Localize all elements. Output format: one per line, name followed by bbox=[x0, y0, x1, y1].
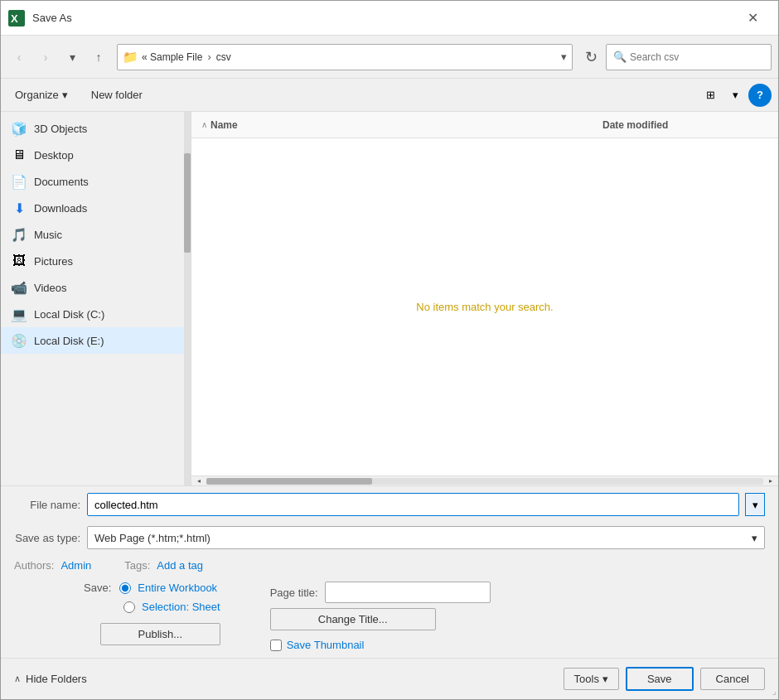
sidebar-scrollbar-thumb bbox=[184, 153, 191, 253]
scroll-right-button[interactable]: ▸ bbox=[765, 477, 777, 485]
address-bar[interactable]: 📁 « Sample File › csv ▾ bbox=[117, 44, 573, 70]
save-thumbnail-label[interactable]: Save Thumbnail bbox=[287, 639, 365, 651]
sidebar-item-label: Local Disk (E:) bbox=[34, 335, 104, 347]
file-name-label: File name: bbox=[14, 499, 80, 511]
save-type-value: Web Page (*.htm;*.html) bbox=[94, 532, 210, 544]
recent-dropdown-button[interactable]: ▾ bbox=[60, 46, 84, 69]
back-button[interactable]: ‹ bbox=[7, 46, 31, 69]
save-button[interactable]: Save bbox=[626, 667, 694, 691]
entire-workbook-label[interactable]: Entire Workbook bbox=[138, 582, 217, 594]
selection-sheet-radio[interactable] bbox=[123, 601, 135, 613]
page-title-group: Page title: Change Title... Save Thumbna… bbox=[270, 582, 491, 651]
save-options: Save: Entire Workbook Selection: Sheet P… bbox=[84, 582, 220, 645]
sidebar-item-label: Music bbox=[34, 229, 62, 241]
publish-button[interactable]: Publish... bbox=[100, 623, 220, 645]
search-icon: 🔍 bbox=[613, 51, 627, 63]
footer-row: ∧ Hide Folders Tools ▾ Save Cancel bbox=[1, 658, 778, 699]
breadcrumb-root: « Sample File bbox=[142, 51, 202, 63]
footer-actions: Tools ▾ Save Cancel bbox=[564, 667, 765, 691]
resize-handle[interactable]: ⌟ bbox=[765, 686, 777, 698]
sidebar-item-music[interactable]: 🎵 Music bbox=[1, 221, 191, 248]
refresh-button[interactable]: ↻ bbox=[579, 46, 602, 69]
tools-button[interactable]: Tools ▾ bbox=[564, 668, 619, 690]
desktop-icon: 🖥 bbox=[11, 147, 27, 162]
sidebar-item-local-disk-e[interactable]: 💿 Local Disk (E:) bbox=[1, 327, 191, 354]
address-dropdown-icon[interactable]: ▾ bbox=[561, 51, 567, 63]
up-button[interactable]: ↑ bbox=[87, 46, 110, 69]
change-title-label: Change Title... bbox=[318, 613, 388, 625]
view-toggle-button[interactable]: ⊞ bbox=[699, 84, 722, 107]
view-options: ⊞ ▾ ? bbox=[699, 84, 772, 107]
column-date[interactable]: Date modified bbox=[602, 119, 768, 131]
dialog-title: Save As bbox=[32, 12, 733, 24]
sidebar-item-label: Pictures bbox=[34, 255, 73, 268]
sidebar-item-label: Downloads bbox=[34, 202, 87, 215]
organize-label: Organize bbox=[15, 89, 59, 101]
sidebar-item-local-disk-c[interactable]: 💻 Local Disk (C:) bbox=[1, 301, 191, 327]
horizontal-scrollbar[interactable]: ◂ ▸ bbox=[191, 476, 778, 485]
column-name[interactable]: Name bbox=[210, 119, 599, 131]
file-name-drop-arrow-icon: ▾ bbox=[752, 499, 758, 511]
publish-label: Publish... bbox=[138, 628, 182, 640]
videos-icon: 📹 bbox=[11, 280, 27, 296]
search-box[interactable]: 🔍 bbox=[606, 44, 772, 70]
svg-text:X: X bbox=[11, 12, 18, 25]
authors-value[interactable]: Admin bbox=[60, 559, 91, 572]
authors-group: Authors: Admin bbox=[14, 559, 91, 572]
file-name-input[interactable] bbox=[87, 493, 739, 516]
file-list-header: ∧ Name Date modified bbox=[191, 112, 778, 138]
scroll-left-button[interactable]: ◂ bbox=[193, 477, 205, 485]
sidebar-item-label: Videos bbox=[34, 282, 67, 294]
sort-icon[interactable]: ∧ bbox=[201, 120, 207, 129]
save-type-dropdown[interactable]: Web Page (*.htm;*.html) ▾ bbox=[87, 526, 765, 549]
metadata-row: Authors: Admin Tags: Add a tag bbox=[1, 553, 778, 575]
file-list-empty: No items match your search. bbox=[191, 138, 778, 476]
organize-button[interactable]: Organize ▾ bbox=[7, 84, 75, 105]
pictures-icon: 🖼 bbox=[11, 253, 27, 268]
sidebar-item-pictures[interactable]: 🖼 Pictures bbox=[1, 248, 191, 274]
app-icon: X bbox=[7, 9, 26, 27]
hide-folders-label: Hide Folders bbox=[26, 673, 87, 685]
tools-drop-arrow-icon: ▾ bbox=[602, 673, 608, 685]
forward-button[interactable]: › bbox=[34, 46, 57, 69]
cancel-button[interactable]: Cancel bbox=[700, 668, 765, 690]
folder-icon: 📁 bbox=[123, 50, 138, 65]
file-area: ∧ Name Date modified No items match your… bbox=[191, 112, 778, 485]
page-title-input[interactable] bbox=[325, 582, 491, 603]
downloads-icon: ⬇ bbox=[11, 200, 27, 216]
file-name-dropdown-button[interactable]: ▾ bbox=[745, 493, 765, 516]
sidebar-item-documents[interactable]: 📄 Documents bbox=[1, 168, 191, 195]
sidebar-item-3d-objects[interactable]: 🧊 3D Objects bbox=[1, 115, 191, 142]
sidebar-item-videos[interactable]: 📹 Videos bbox=[1, 274, 191, 301]
file-name-row: File name: ▾ bbox=[1, 486, 778, 523]
selection-sheet-label[interactable]: Selection: Sheet bbox=[142, 601, 220, 613]
tools-label: Tools bbox=[574, 673, 599, 685]
sidebar-scrollbar[interactable] bbox=[184, 112, 191, 485]
close-button[interactable]: ✕ bbox=[733, 1, 772, 36]
save-type-drop-arrow-icon: ▾ bbox=[752, 532, 757, 544]
sidebar-list: 🧊 3D Objects 🖥 Desktop 📄 Documents ⬇ Dow… bbox=[1, 112, 191, 357]
view-drop-arrow-icon: ▾ bbox=[733, 89, 738, 101]
help-icon: ? bbox=[757, 89, 763, 101]
save-thumbnail-checkbox[interactable] bbox=[270, 640, 282, 651]
save-label: Save bbox=[647, 673, 672, 685]
sidebar-item-label: Documents bbox=[34, 176, 89, 188]
sidebar-item-desktop[interactable]: 🖥 Desktop bbox=[1, 142, 191, 168]
3d-objects-icon: 🧊 bbox=[11, 121, 27, 137]
sidebar: 🧊 3D Objects 🖥 Desktop 📄 Documents ⬇ Dow… bbox=[1, 112, 191, 485]
change-title-button[interactable]: Change Title... bbox=[270, 608, 436, 630]
title-bar: X Save As ✕ bbox=[1, 1, 778, 36]
scrollbar-track[interactable] bbox=[206, 478, 763, 485]
save-thumbnail-row: Save Thumbnail bbox=[270, 639, 491, 651]
sidebar-item-downloads[interactable]: ⬇ Downloads bbox=[1, 195, 191, 221]
help-button[interactable]: ? bbox=[748, 84, 772, 107]
view-dropdown-button[interactable]: ▾ bbox=[723, 84, 747, 107]
tags-value[interactable]: Add a tag bbox=[157, 559, 203, 572]
page-title-label: Page title: bbox=[270, 587, 318, 599]
search-input[interactable] bbox=[630, 51, 764, 63]
hide-folders-button[interactable]: ∧ Hide Folders bbox=[14, 673, 87, 685]
options-row: Save: Entire Workbook Selection: Sheet P… bbox=[1, 575, 778, 654]
sidebar-item-label: Desktop bbox=[34, 149, 74, 162]
new-folder-button[interactable]: New folder bbox=[82, 84, 152, 105]
entire-workbook-radio[interactable] bbox=[119, 582, 131, 594]
